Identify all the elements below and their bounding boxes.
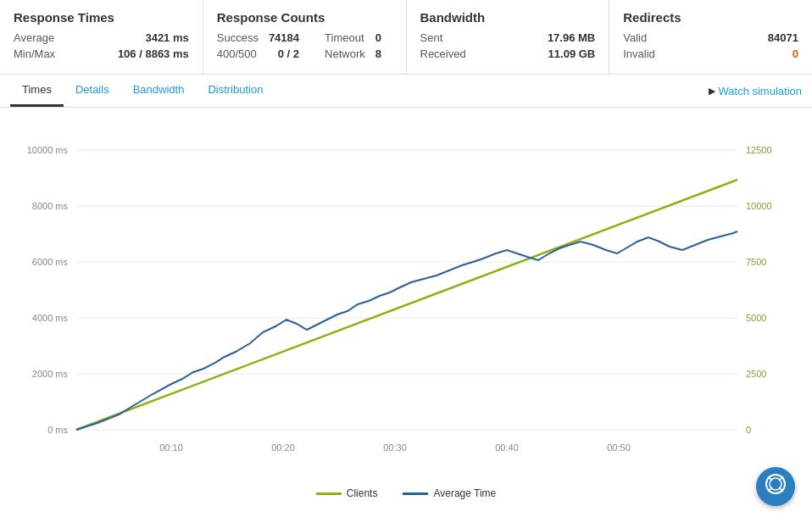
received-value: 11.09 GB (548, 47, 596, 60)
tabs-bar: Times Details Bandwidth Distribution ▶ W… (0, 75, 812, 108)
main-chart: 10000 ms 8000 ms 6000 ms 4000 ms 2000 ms… (0, 116, 812, 481)
x-label-0010: 00:10 (159, 442, 183, 453)
x-label-0050: 00:50 (607, 442, 631, 453)
minmax-label: Min/Max (14, 47, 55, 60)
status-label: 400/500 (217, 47, 257, 60)
legend-avg-time: Average Time (403, 487, 496, 499)
clients-legend-label: Clients (347, 487, 378, 499)
minmax-value: 106 / 8863 ms (118, 47, 189, 60)
y-label-12500: 12500 (746, 145, 772, 155)
average-value: 3421 ms (145, 31, 188, 44)
help-icon (765, 473, 787, 500)
valid-label: Valid (623, 31, 647, 44)
y-label-2500: 2500 (746, 369, 766, 379)
y-label-0: 0 (746, 425, 751, 435)
y-label-10000: 10000 (746, 201, 772, 211)
timeout-label: Timeout (325, 31, 364, 44)
status-value: 0 / 2 (278, 47, 299, 60)
clients-legend-line (316, 492, 342, 495)
help-button[interactable] (756, 467, 795, 506)
clients-line (76, 180, 737, 430)
response-times-card: Response Times Average 3421 ms Min/Max 1… (0, 0, 203, 74)
y-label-8000ms: 8000 ms (32, 201, 69, 211)
tab-bandwidth[interactable]: Bandwidth (121, 75, 197, 107)
watch-simulation-button[interactable]: ▶ Watch simulation (709, 85, 803, 97)
y-label-4000ms: 4000 ms (32, 313, 69, 323)
y-label-5000: 5000 (746, 313, 766, 323)
received-label: Received (420, 47, 466, 60)
valid-value: 84071 (768, 31, 798, 44)
response-times-title: Response Times (14, 10, 189, 25)
x-label-0030: 00:30 (383, 442, 407, 453)
tab-details[interactable]: Details (64, 75, 121, 107)
y-label-10000ms: 10000 ms (27, 145, 69, 155)
x-label-0040: 00:40 (495, 442, 519, 453)
timeout-value: 0 (375, 31, 381, 44)
avg-time-legend-line (403, 492, 428, 495)
avg-time-line (76, 231, 737, 430)
tab-distribution[interactable]: Distribution (196, 75, 275, 107)
chart-area: 10000 ms 8000 ms 6000 ms 4000 ms 2000 ms… (0, 108, 812, 523)
response-counts-title: Response Counts (217, 10, 392, 25)
x-label-0020: 00:20 (271, 442, 295, 453)
watch-simulation-label: Watch simulation (719, 85, 803, 97)
y-label-7500: 7500 (746, 257, 766, 267)
y-label-0ms: 0 ms (47, 425, 68, 435)
sent-value: 17.96 MB (548, 31, 595, 44)
chart-legend: Clients Average Time (0, 487, 812, 499)
tab-times[interactable]: Times (10, 75, 64, 107)
y-label-2000ms: 2000 ms (32, 369, 69, 379)
redirects-card: Redirects Valid 84071 Invalid 0 (609, 0, 812, 74)
response-counts-card: Response Counts Success 74184 400/500 0 … (203, 0, 407, 74)
bandwidth-card: Bandwidth Sent 17.96 MB Received 11.09 G… (407, 0, 610, 74)
average-label: Average (14, 31, 54, 44)
tabs-left: Times Details Bandwidth Distribution (10, 75, 275, 107)
network-label: Network (325, 47, 365, 60)
network-value: 8 (375, 47, 381, 60)
sent-label: Sent (420, 31, 443, 44)
stats-bar: Response Times Average 3421 ms Min/Max 1… (0, 0, 812, 75)
avg-time-legend-label: Average Time (433, 487, 496, 499)
y-label-6000ms: 6000 ms (32, 257, 69, 267)
bandwidth-title: Bandwidth (420, 10, 596, 25)
legend-clients: Clients (316, 487, 378, 499)
success-value: 74184 (269, 31, 299, 44)
success-label: Success (217, 31, 259, 44)
invalid-value: 0 (793, 47, 798, 60)
invalid-label: Invalid (623, 47, 655, 60)
redirects-title: Redirects (623, 10, 798, 25)
play-icon: ▶ (709, 86, 715, 97)
